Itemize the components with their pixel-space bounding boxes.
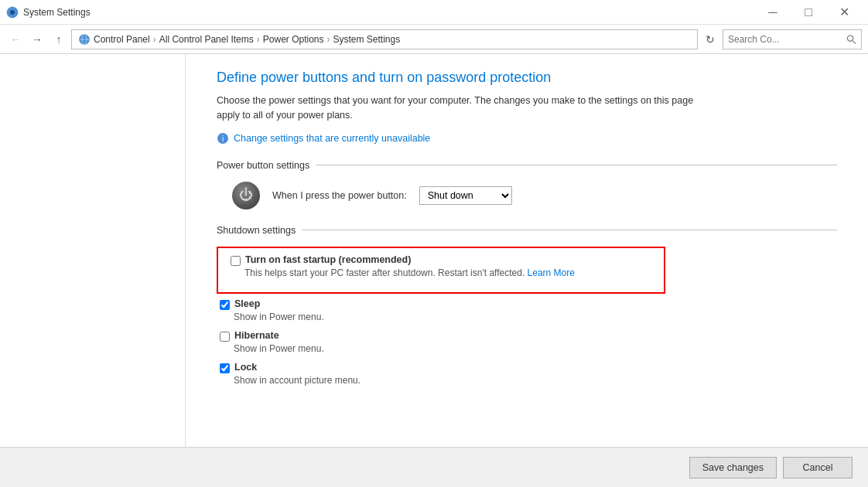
shutdown-section-label: Shutdown settings xyxy=(217,225,296,236)
save-changes-button[interactable]: Save changes xyxy=(689,457,777,478)
hibernate-desc: Show in Power menu. xyxy=(234,343,837,354)
title-bar: System Settings ─ □ ✕ xyxy=(0,0,868,25)
search-box[interactable] xyxy=(723,29,862,49)
page-description: Choose the power settings that you want … xyxy=(217,94,696,123)
sleep-label[interactable]: Sleep xyxy=(234,298,260,309)
breadcrumb-part-4: System Settings xyxy=(333,34,400,45)
up-button[interactable]: ↑ xyxy=(50,30,68,49)
left-sidebar xyxy=(0,54,186,447)
power-button-label: When I press the power button: xyxy=(272,190,407,201)
shutdown-section: Shutdown settings Turn on fast startup (… xyxy=(217,225,837,386)
cancel-button[interactable]: Cancel xyxy=(783,457,853,478)
fast-startup-checkbox[interactable] xyxy=(231,256,241,266)
address-path[interactable]: Control Panel › All Control Panel Items … xyxy=(71,29,698,49)
power-button-section-header: Power button settings xyxy=(217,160,837,171)
title-bar-controls: ─ □ ✕ xyxy=(755,0,862,25)
window-title: System Settings xyxy=(23,7,91,18)
hibernate-checkbox[interactable] xyxy=(220,332,230,342)
bottom-bar: Save changes Cancel xyxy=(0,447,868,487)
power-icon xyxy=(232,182,260,209)
shield-icon: i xyxy=(217,132,229,145)
hibernate-row: Hibernate xyxy=(217,330,837,342)
lock-checkbox[interactable] xyxy=(220,363,230,373)
back-button[interactable]: ← xyxy=(6,30,25,49)
power-button-row: When I press the power button: Shut down… xyxy=(217,182,837,209)
power-button-dropdown[interactable]: Shut down Sleep Hibernate Do nothing xyxy=(419,186,512,205)
title-bar-left: System Settings xyxy=(6,6,91,19)
svg-point-5 xyxy=(847,35,853,40)
close-button[interactable]: ✕ xyxy=(826,0,862,25)
sleep-checkbox[interactable] xyxy=(220,300,230,310)
breadcrumb-part-2: All Control Panel Items xyxy=(159,34,254,45)
learn-more-link[interactable]: Learn More xyxy=(528,267,575,278)
minimize-button[interactable]: ─ xyxy=(755,0,791,25)
fast-startup-desc: This helps start your PC faster after sh… xyxy=(244,267,654,278)
content-area: Define power buttons and turn on passwor… xyxy=(186,54,868,447)
breadcrumb-part-3: Power Options xyxy=(263,34,324,45)
breadcrumb-part-1: Control Panel xyxy=(94,34,150,45)
sleep-desc: Show in Power menu. xyxy=(234,312,837,322)
fast-startup-box: Turn on fast startup (recommended) This … xyxy=(217,247,665,294)
search-icon xyxy=(846,34,856,45)
power-button-section-label: Power button settings xyxy=(217,160,309,171)
svg-line-6 xyxy=(853,40,856,43)
svg-text:i: i xyxy=(222,135,224,143)
forward-button[interactable]: → xyxy=(28,30,46,49)
main-content: Define power buttons and turn on passwor… xyxy=(0,54,868,447)
lock-label[interactable]: Lock xyxy=(234,362,257,373)
lock-row: Lock xyxy=(217,362,837,373)
sleep-row: Sleep xyxy=(217,298,837,310)
change-settings-link[interactable]: i Change settings that are currently una… xyxy=(217,132,837,145)
system-settings-icon xyxy=(6,6,19,19)
shutdown-section-header: Shutdown settings xyxy=(217,225,837,236)
lock-desc: Show in account picture menu. xyxy=(234,375,837,386)
fast-startup-row: Turn on fast startup (recommended) xyxy=(227,254,654,266)
refresh-button[interactable]: ↻ xyxy=(701,30,719,49)
maximize-button[interactable]: □ xyxy=(791,0,826,25)
hibernate-label[interactable]: Hibernate xyxy=(234,330,279,341)
fast-startup-label[interactable]: Turn on fast startup (recommended) xyxy=(245,254,411,265)
globe-icon xyxy=(78,33,91,46)
change-settings-text: Change settings that are currently unava… xyxy=(234,133,430,144)
search-input[interactable] xyxy=(728,34,846,45)
address-bar: ← → ↑ Control Panel › All Control Panel … xyxy=(0,25,868,54)
svg-point-1 xyxy=(10,10,15,15)
page-title: Define power buttons and turn on passwor… xyxy=(217,70,837,86)
